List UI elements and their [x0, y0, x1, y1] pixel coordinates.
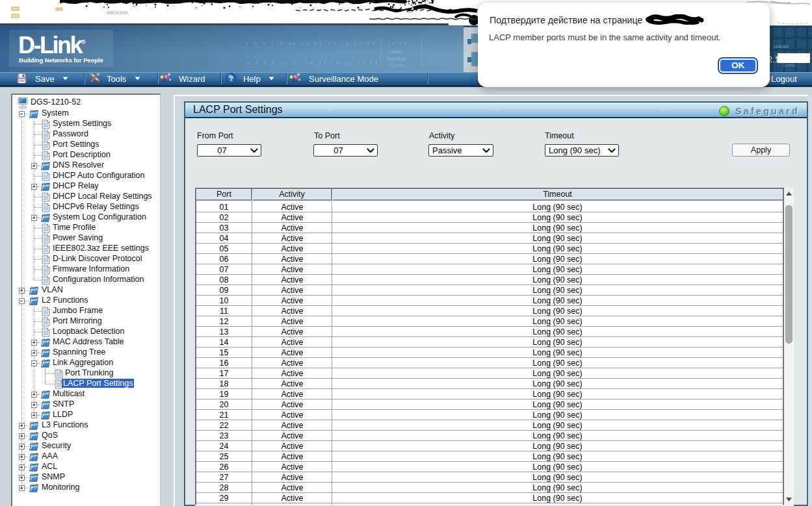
svg-text:?: ?	[229, 75, 233, 82]
svg-text:1 3 5 7 9 11 13 15 17 19 21 23: 1 3 5 7 9 11 13 15 17 19 21 23	[246, 41, 377, 45]
svg-text:I: I	[361, 8, 363, 12]
svg-text:Link/Act: Link/Act	[774, 44, 789, 49]
svg-text:- МАГАЗИН: - МАГАЗИН	[104, 10, 128, 15]
svg-text:1000Mbps: 1000Mbps	[386, 57, 406, 62]
svg-text:23 24: 23 24	[387, 41, 408, 45]
svg-text:Combo: Combo	[390, 63, 404, 68]
svg-text:2 4 6 8 10 12 14 16 18 20 22 2: 2 4 6 8 10 12 14 16 18 20 22 24	[247, 60, 380, 65]
svg-text:Link/Act: Link/Act	[388, 49, 403, 54]
svg-text:Combo: Combo	[782, 63, 796, 68]
